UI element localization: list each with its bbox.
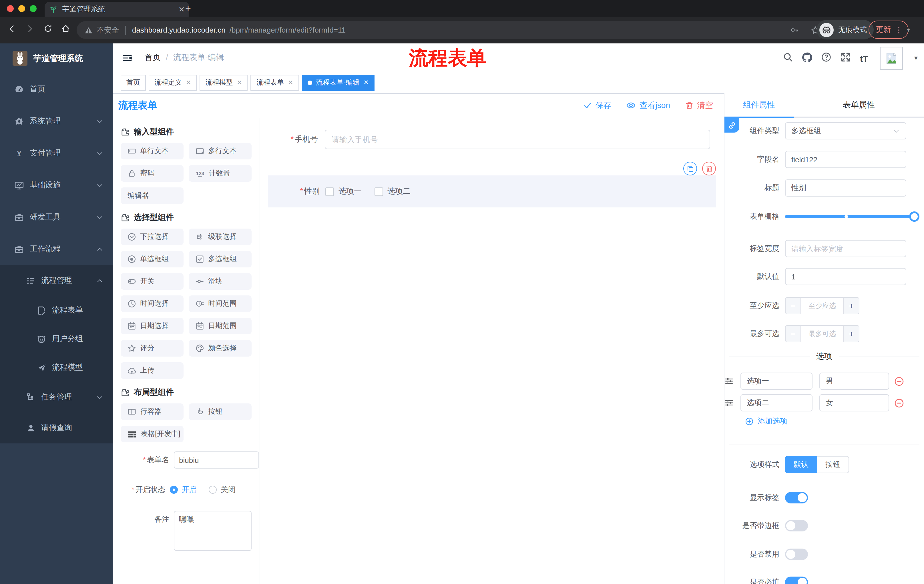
browser-tab[interactable]: 芋道管理系统 ✕ [45,2,189,17]
style-option-默认[interactable]: 默认 [785,456,817,473]
view-tab-流程表单-编辑[interactable]: 流程表单-编辑✕ [302,74,374,90]
avatar-caret-icon[interactable]: ▼ [913,55,919,61]
new-tab-icon[interactable]: + [185,3,191,14]
sidebar-item-流程管理[interactable]: 流程管理 [0,265,113,296]
tab-close-icon[interactable]: ✕ [237,79,242,86]
radio-on[interactable] [170,486,178,494]
stepper-plus-icon[interactable]: + [843,326,859,342]
form-canvas[interactable]: *手机号 *性别 选项一选项二 [260,118,724,584]
sidebar-item-流程模型[interactable]: 流程模型 [0,353,113,382]
slider-handle[interactable] [909,211,919,222]
reload-icon[interactable] [43,24,53,33]
form-meta[interactable]: *表单名 *开启状态 开启 关闭 备注 嘿嘿 [120,451,252,551]
sidebar-item-流程表单[interactable]: 流程表单 [0,296,113,324]
palette-item-级联选择[interactable]: 级联选择 [189,229,252,245]
field-name-input[interactable] [785,151,906,168]
delete-component-button[interactable] [702,162,716,175]
sidebar-item-基础设施[interactable]: 基础设施 [0,169,113,201]
palette-item-编辑器[interactable]: 编辑器 [120,188,183,204]
palette-item-评分[interactable]: 评分 [120,340,183,357]
toggle-是否带边框[interactable] [785,520,808,531]
style-option-按钮[interactable]: 按钮 [817,456,849,473]
back-icon[interactable] [7,24,16,34]
save-button[interactable]: 保存 [584,100,612,110]
palette-item-按钮[interactable]: 按钮 [189,403,252,420]
browser-menu-dots-icon[interactable]: ⋮ [895,25,903,34]
tab-component-props[interactable]: 组件属性 [724,93,794,118]
palette-item-单行文本[interactable]: 单行文本 [120,143,183,160]
min-select-stepper[interactable]: − 至少应选 + [785,297,860,314]
sidebar-logo[interactable]: 芋道管理系统 [0,43,113,73]
option-value-input[interactable] [819,394,889,411]
gender-option-选项二[interactable]: 选项二 [374,186,411,197]
palette-item-计数器[interactable]: 123计数器 [189,165,252,182]
traffic-light-close-icon[interactable] [7,5,14,12]
stepper-minus-icon[interactable]: − [785,326,801,342]
max-select-stepper[interactable]: − 最多可选 + [785,325,860,342]
forward-icon[interactable] [25,24,35,34]
help-icon[interactable] [821,52,832,62]
toggle-是否禁用[interactable] [785,549,808,560]
palette-item-日期范围[interactable]: 日期范围 [189,318,252,334]
address-bar[interactable]: 不安全 dashboard.yudao.iocoder.cn/bpm/manag… [77,21,828,39]
option-value-input[interactable] [819,373,889,390]
radio-off[interactable] [209,486,217,494]
form-grid-slider[interactable] [785,215,914,218]
sidebar-item-请假查询[interactable]: 请假查询 [0,413,113,443]
tab-close-icon[interactable]: ✕ [186,79,191,86]
home-icon[interactable] [61,24,70,33]
github-icon[interactable] [802,52,812,63]
traffic-light-minimize-icon[interactable] [18,5,25,12]
palette-item-颜色选择[interactable]: 颜色选择 [189,340,252,357]
checkbox[interactable] [325,187,334,196]
sidebar-collapse-icon[interactable] [122,53,133,63]
tab-close-icon[interactable]: ✕ [178,5,185,14]
form-remark-textarea[interactable]: 嘿嘿 [174,511,252,551]
traffic-light-maximize-icon[interactable] [30,5,36,12]
toggle-显示标签[interactable] [785,492,808,503]
view-tab-首页[interactable]: 首页 [120,74,146,90]
browser-update-button[interactable]: 更新 ⋮ [868,21,909,39]
tab-close-icon[interactable]: ✕ [363,79,368,86]
option-label-input[interactable] [741,394,812,411]
sidebar-item-工作流程[interactable]: 工作流程 [0,233,113,265]
option-label-input[interactable] [741,373,812,390]
palette-item-密码[interactable]: 密码 [120,165,183,182]
canvas-field-phone[interactable]: *手机号 [260,130,724,149]
fullscreen-icon[interactable] [840,52,851,62]
chrome-caret-icon[interactable]: ▾ [907,26,910,34]
palette-item-行容器[interactable]: 行容器 [120,403,183,420]
toggle-是否必填[interactable] [785,577,808,584]
font-size-icon[interactable]: tT [860,54,868,63]
label-width-input[interactable] [785,240,906,257]
palette-item-多行文本[interactable]: 多行文本 [189,143,252,160]
palette-item-表格[开发中][interactable]: 表格[开发中] [120,426,183,442]
view-tab-流程模型[interactable]: 流程模型✕ [200,74,248,90]
palette-item-滑块[interactable]: 滑块 [189,273,252,290]
tab-close-icon[interactable]: ✕ [288,79,293,86]
palette-item-上传[interactable]: 上传 [120,362,183,379]
remove-option-icon[interactable] [894,398,904,408]
title-input[interactable] [785,179,906,197]
add-option-button[interactable]: 添加选项 [745,416,787,426]
password-key-icon[interactable] [790,26,799,34]
palette-item-下拉选择[interactable]: 下拉选择 [120,229,183,245]
sidebar-item-系统管理[interactable]: 系统管理 [0,105,113,137]
breadcrumb-home[interactable]: 首页 [145,53,161,63]
sidebar-item-用户分组[interactable]: 用户分组 [0,324,113,353]
remove-option-icon[interactable] [894,376,904,386]
sidebar-item-首页[interactable]: 首页 [0,73,113,105]
palette-item-开关[interactable]: 开关 [120,273,183,290]
radio-on-label[interactable]: 开启 [182,481,197,498]
not-secure-warning-icon[interactable] [85,26,92,34]
palette-item-日期选择[interactable]: 日期选择 [120,318,183,334]
checkbox[interactable] [374,187,383,196]
default-value-input[interactable] [785,268,906,285]
palette-item-时间范围[interactable]: 时间范围 [189,295,252,312]
duplicate-component-button[interactable] [683,162,697,175]
radio-off-label[interactable]: 关闭 [221,481,236,498]
view-tab-流程表单[interactable]: 流程表单✕ [251,74,299,90]
view-json-button[interactable]: 查看json [626,100,670,110]
view-tab-流程定义[interactable]: 流程定义✕ [148,74,197,90]
avatar[interactable] [880,47,903,70]
